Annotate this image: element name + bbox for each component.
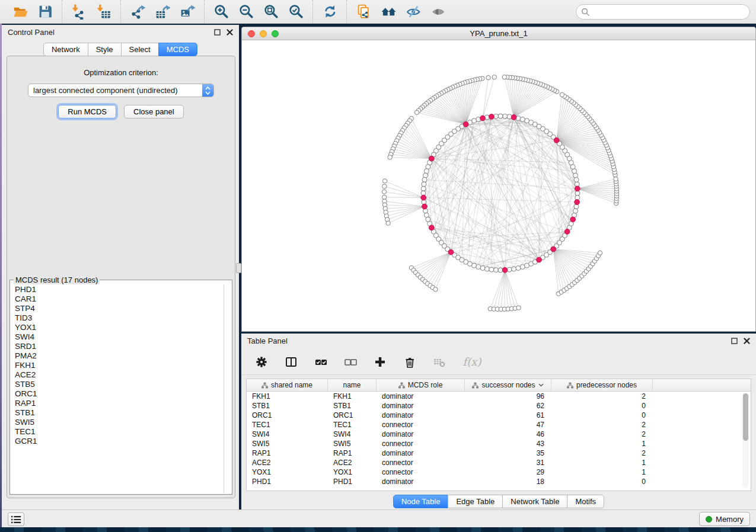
search-input[interactable] bbox=[593, 6, 749, 18]
graph-hub-node[interactable] bbox=[570, 217, 576, 222]
mcds-result-item[interactable]: ACE2 bbox=[15, 370, 232, 380]
search-box[interactable] bbox=[576, 4, 750, 20]
graph-hub-node[interactable] bbox=[511, 115, 516, 120]
mcds-result-item[interactable]: SWI5 bbox=[15, 418, 232, 427]
mcds-result-item[interactable]: CAR1 bbox=[15, 294, 232, 304]
open-file-button[interactable] bbox=[8, 2, 33, 21]
export-network-button[interactable] bbox=[125, 2, 150, 21]
tab-style[interactable]: Style bbox=[88, 43, 122, 56]
graph-hub-node[interactable] bbox=[421, 195, 426, 200]
table-row[interactable]: ACE2ACE2connector311 bbox=[247, 458, 751, 467]
optimization-criterion-select[interactable]: largest connected component (undirected) bbox=[28, 84, 214, 97]
graph-node[interactable] bbox=[520, 117, 525, 121]
table-row[interactable]: FKH1FKH1dominator962 bbox=[247, 392, 751, 401]
deselect-all-checkboxes-button[interactable] bbox=[343, 355, 358, 369]
graph-node[interactable] bbox=[476, 265, 481, 270]
table-row[interactable]: RAP1RAP1dominator352 bbox=[247, 448, 751, 458]
mcds-result-item[interactable]: RAP1 bbox=[15, 399, 232, 408]
show-column-panel-button[interactable] bbox=[284, 355, 298, 369]
graph-node[interactable] bbox=[484, 267, 489, 271]
mcds-result-item[interactable]: STB1 bbox=[15, 408, 232, 418]
table-row[interactable]: YOX1YOX1connector291 bbox=[247, 467, 751, 477]
mcds-result-item[interactable]: STB5 bbox=[15, 380, 232, 389]
window-minimize-button[interactable] bbox=[260, 30, 267, 37]
tab-motifs[interactable]: Motifs bbox=[567, 495, 604, 508]
graph-hub-node[interactable] bbox=[564, 229, 570, 235]
panel-splitter-handle[interactable] bbox=[236, 263, 241, 273]
graph-node[interactable] bbox=[573, 173, 578, 178]
column-header-shared-name[interactable]: shared name bbox=[247, 379, 328, 391]
graph-leaf-node[interactable] bbox=[516, 306, 521, 310]
graph-leaf-node[interactable] bbox=[502, 75, 506, 79]
graph-node[interactable] bbox=[422, 182, 426, 187]
graph-hub-node[interactable] bbox=[502, 267, 508, 273]
table-row[interactable]: SWI4SWI4dominator462 bbox=[247, 430, 751, 439]
graph-hub-node[interactable] bbox=[575, 200, 580, 205]
column-header-successor-nodes[interactable]: successor nodes bbox=[465, 379, 551, 391]
delete-column-button[interactable] bbox=[403, 355, 417, 369]
graph-leaf-node[interactable] bbox=[560, 92, 564, 97]
table-row[interactable]: SWI5SWI5connector431 bbox=[247, 439, 751, 448]
graph-hub-node[interactable] bbox=[575, 186, 580, 191]
graph-node[interactable] bbox=[423, 173, 428, 178]
graph-node[interactable] bbox=[573, 209, 578, 213]
table-row[interactable]: TEC1TEC1connector472 bbox=[247, 420, 751, 430]
select-all-checkboxes-button[interactable] bbox=[314, 355, 328, 369]
graph-hub-node[interactable] bbox=[537, 257, 542, 262]
memory-button[interactable]: Memory bbox=[699, 512, 750, 526]
tab-mcds[interactable]: MCDS bbox=[158, 43, 197, 56]
mcds-result-item[interactable]: STP4 bbox=[15, 304, 232, 313]
graph-node[interactable] bbox=[480, 265, 485, 270]
tab-node-table[interactable]: Node Table bbox=[393, 495, 449, 508]
graph-leaf-node[interactable] bbox=[433, 287, 438, 291]
graph-node[interactable] bbox=[574, 177, 579, 182]
graph-leaf-node[interactable] bbox=[486, 75, 490, 79]
graph-leaf-node[interactable] bbox=[598, 251, 602, 255]
graph-leaf-node[interactable] bbox=[492, 75, 496, 79]
mcds-result-item[interactable]: ORC1 bbox=[15, 389, 232, 399]
graph-leaf-node[interactable] bbox=[388, 155, 392, 159]
hide-selected-button[interactable] bbox=[401, 2, 426, 21]
float-panel-icon[interactable] bbox=[214, 29, 221, 36]
table-row[interactable]: STB1STB1dominator620 bbox=[247, 401, 751, 411]
graph-hub-node[interactable] bbox=[551, 246, 556, 252]
graph-node[interactable] bbox=[516, 265, 521, 270]
import-network-from-file-button[interactable] bbox=[66, 2, 91, 21]
graph-leaf-node[interactable] bbox=[386, 221, 390, 225]
graph-hub-node[interactable] bbox=[448, 249, 454, 255]
table-row[interactable]: PHD1PHD1dominator180 bbox=[247, 477, 751, 486]
clone-network-button[interactable] bbox=[351, 2, 376, 21]
graph-hub-node[interactable] bbox=[480, 116, 486, 121]
import-table-from-file-button[interactable] bbox=[91, 2, 116, 21]
column-header-name[interactable]: name bbox=[328, 379, 377, 391]
mcds-result-item[interactable]: TID3 bbox=[15, 313, 232, 323]
table-scrollbar[interactable] bbox=[742, 393, 749, 488]
mcds-result-item[interactable]: PHD1 bbox=[15, 285, 232, 294]
graph-node[interactable] bbox=[498, 114, 503, 118]
run-mcds-button[interactable]: Run MCDS bbox=[58, 105, 116, 118]
graph-hub-node[interactable] bbox=[489, 114, 495, 119]
show-graphics-details-button[interactable] bbox=[426, 2, 451, 21]
settings-gear-button[interactable] bbox=[254, 355, 269, 369]
column-header-mcds-role[interactable]: MCDS role bbox=[377, 379, 465, 391]
graph-node[interactable] bbox=[489, 267, 494, 272]
table-row[interactable]: ORC1ORC1dominator610 bbox=[247, 411, 751, 420]
mcds-result-item[interactable]: TEC1 bbox=[15, 427, 232, 437]
graph-node[interactable] bbox=[493, 268, 498, 273]
graph-node[interactable] bbox=[422, 177, 427, 182]
graph-node[interactable] bbox=[421, 186, 426, 191]
graph-leaf-node[interactable] bbox=[382, 184, 387, 188]
tab-select[interactable]: Select bbox=[121, 43, 159, 56]
network-window-titlebar[interactable]: YPA_prune.txt_1 bbox=[242, 27, 755, 40]
mcds-scrollbar[interactable] bbox=[224, 284, 231, 493]
float-panel-icon[interactable] bbox=[731, 338, 738, 344]
zoom-in-button[interactable] bbox=[209, 2, 234, 21]
mcds-result-item[interactable]: GCR1 bbox=[15, 437, 232, 446]
graph-node[interactable] bbox=[512, 267, 516, 271]
mcds-result-item[interactable]: FKH1 bbox=[15, 361, 232, 370]
tab-network[interactable]: Network bbox=[43, 43, 88, 56]
tab-network-table[interactable]: Network Table bbox=[502, 495, 567, 508]
mcds-result-item[interactable]: PMA2 bbox=[15, 351, 232, 361]
refresh-button[interactable] bbox=[317, 2, 342, 21]
export-table-button[interactable] bbox=[150, 2, 175, 21]
